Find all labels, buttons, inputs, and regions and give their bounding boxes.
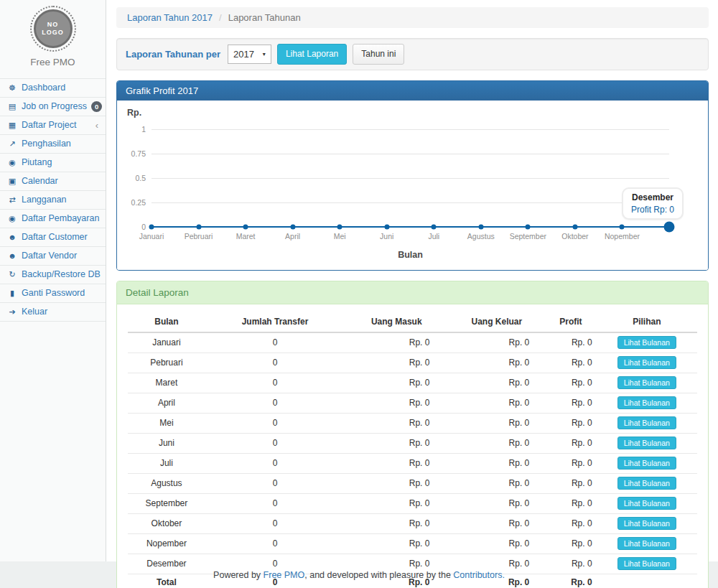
month-cell: September — [128, 493, 205, 513]
sidebar-item-keluar[interactable]: ➔Keluar — [0, 303, 106, 322]
lihat-bulanan-button[interactable]: Lihat Bulanan — [617, 416, 676, 429]
profit-cell: Rp. 0 — [545, 353, 596, 373]
sidebar-item-backup-restore-db[interactable]: ↻Backup/Restore DB — [0, 266, 106, 284]
year-select[interactable]: 2017 ▾ — [228, 45, 271, 64]
sidebar-item-calendar[interactable]: ▣Calendar — [0, 172, 106, 191]
pilihan-cell: Lihat Bulanan — [597, 433, 697, 453]
sidebar-item-job-on-progress[interactable]: ▤Job on Progress0 — [0, 98, 106, 116]
profit-cell: Rp. 0 — [545, 453, 596, 473]
chart-tooltip: Desember Profit Rp: 0 — [622, 187, 684, 220]
lihat-bulanan-button[interactable]: Lihat Bulanan — [617, 537, 676, 550]
laporan-table: BulanJumlah TransferUang MasukUang Kelua… — [128, 312, 697, 588]
lihat-bulanan-button[interactable]: Lihat Bulanan — [617, 356, 676, 369]
sign-out-icon: ➔ — [7, 306, 17, 318]
data-point — [526, 224, 531, 229]
pilihan-cell: Lihat Bulanan — [597, 332, 697, 353]
jumlah-transfer-cell: 0 — [205, 493, 345, 513]
no-logo-line2: LOGO — [42, 29, 64, 37]
sidebar-item-dashboard[interactable]: ☸Dashboard — [0, 79, 106, 98]
lihat-bulanan-button[interactable]: Lihat Bulanan — [617, 517, 676, 530]
sidebar-menu: ☸Dashboard▤Job on Progress0▦Daftar Proje… — [0, 78, 106, 322]
y-tick-label: 0 — [141, 223, 146, 231]
sidebar-item-langganan[interactable]: ⇄Langganan — [0, 191, 106, 210]
footer-contributors-link[interactable]: Contributors. — [453, 570, 505, 580]
lihat-bulanan-button[interactable]: Lihat Bulanan — [617, 336, 676, 349]
uang-masuk-cell: Rp. 0 — [345, 413, 448, 433]
lihat-laporan-button[interactable]: Lihat Laporan — [277, 44, 347, 65]
data-point — [290, 224, 295, 229]
sidebar-item-daftar-project[interactable]: ▦Daftar Project‹ — [0, 116, 106, 135]
table-icon: ▦ — [7, 119, 17, 131]
table-row: April0Rp. 0Rp. 0Rp. 0Lihat Bulanan — [128, 393, 697, 413]
breadcrumb-current: Laporan Tahunan — [228, 12, 301, 23]
jumlah-transfer-cell: 0 — [205, 393, 345, 413]
refresh-icon: ↻ — [7, 269, 17, 281]
lihat-bulanan-button[interactable]: Lihat Bulanan — [617, 497, 676, 510]
no-logo-line1: NO — [47, 21, 59, 29]
table-body: Januari0Rp. 0Rp. 0Rp. 0Lihat BulananPebr… — [128, 332, 697, 588]
table-row: Nopember0Rp. 0Rp. 0Rp. 0Lihat Bulanan — [128, 533, 697, 554]
sidebar-item-label: Calendar — [22, 175, 58, 187]
lihat-bulanan-button[interactable]: Lihat Bulanan — [617, 376, 676, 389]
sidebar-item-daftar-pembayaran[interactable]: ◉Daftar Pembayaran — [0, 210, 106, 228]
uang-masuk-cell: Rp. 0 — [345, 433, 448, 453]
sidebar-item-label: Penghasilan — [22, 138, 71, 150]
profit-cell: Rp. 0 — [545, 533, 596, 554]
month-cell: April — [128, 393, 205, 413]
footer-brand-link[interactable]: Free PMO — [264, 570, 305, 580]
tasks-icon: ▤ — [7, 101, 17, 113]
breadcrumb: Laporan Tahun 2017 / Laporan Tahunan — [116, 7, 709, 28]
x-tick-label: Juni — [380, 232, 393, 241]
uang-masuk-cell: Rp. 0 — [345, 353, 448, 373]
page: NO LOGO Free PMO ☸Dashboard▤Job on Progr… — [0, 0, 718, 561]
jumlah-transfer-cell: 0 — [205, 513, 345, 533]
table-row: Mei0Rp. 0Rp. 0Rp. 0Lihat Bulanan — [128, 413, 697, 433]
column-header: Bulan — [128, 312, 205, 332]
main-content: Laporan Tahun 2017 / Laporan Tahunan Lap… — [106, 0, 718, 561]
x-tick-label: Pebruari — [185, 232, 213, 241]
table-row: Januari0Rp. 0Rp. 0Rp. 0Lihat Bulanan — [128, 332, 697, 353]
total-cell: Total — [128, 574, 205, 588]
month-cell: Mei — [128, 413, 205, 433]
pilihan-cell: Lihat Bulanan — [597, 393, 697, 413]
profit-cell: Rp. 0 — [545, 413, 596, 433]
column-header: Uang Masuk — [345, 312, 448, 332]
column-header: Jumlah Transfer — [205, 312, 345, 332]
pilihan-cell: Lihat Bulanan — [597, 513, 697, 533]
sidebar-item-label: Job on Progress — [22, 101, 87, 113]
lihat-bulanan-button[interactable]: Lihat Bulanan — [617, 457, 676, 470]
uang-keluar-cell: Rp. 0 — [448, 413, 545, 433]
lihat-bulanan-button[interactable]: Lihat Bulanan — [617, 396, 676, 409]
sidebar-item-ganti-password[interactable]: ▮Ganti Password — [0, 284, 106, 303]
column-header: Uang Keluar — [448, 312, 545, 332]
sidebar-item-penghasilan[interactable]: ↗Penghasilan — [0, 135, 106, 154]
lihat-bulanan-button[interactable]: Lihat Bulanan — [617, 477, 676, 490]
table-row: Oktober0Rp. 0Rp. 0Rp. 0Lihat Bulanan — [128, 513, 697, 533]
breadcrumb-link[interactable]: Laporan Tahun 2017 — [127, 12, 213, 23]
uang-masuk-cell: Rp. 0 — [345, 332, 448, 353]
sidebar-item-label: Ganti Password — [22, 287, 85, 299]
x-tick-label: September — [510, 232, 546, 241]
data-point — [243, 224, 248, 229]
sidebar-item-piutang[interactable]: ◉Piutang — [0, 154, 106, 172]
sidebar-item-daftar-customer[interactable]: ☻Daftar Customer — [0, 228, 106, 247]
brand-name: Free PMO — [0, 57, 106, 67]
sidebar-item-label: Backup/Restore DB — [22, 269, 101, 281]
month-cell: Oktober — [128, 513, 205, 533]
pilihan-cell: Lihat Bulanan — [597, 353, 697, 373]
chart-panel-title: Grafik Profit 2017 — [117, 81, 708, 101]
sidebar-item-label: Daftar Customer — [22, 231, 88, 243]
profit-chart-panel: Grafik Profit 2017 Rp. Desember Profit R… — [116, 80, 709, 271]
dashboard-icon: ☸ — [7, 82, 17, 94]
pilihan-cell: Lihat Bulanan — [597, 493, 697, 513]
uang-masuk-cell: Rp. 0 — [345, 473, 448, 493]
x-tick-label: Juli — [428, 232, 439, 241]
gridline — [151, 202, 669, 203]
jumlah-transfer-cell: 0 — [205, 373, 345, 393]
pilihan-cell: Lihat Bulanan — [597, 373, 697, 393]
lihat-bulanan-button[interactable]: Lihat Bulanan — [617, 437, 676, 449]
tahun-ini-button[interactable]: Tahun ini — [353, 44, 404, 65]
sidebar-item-daftar-vendor[interactable]: ☻Daftar Vendor — [0, 247, 106, 266]
uang-keluar-cell: Rp. 0 — [448, 373, 545, 393]
lihat-bulanan-button[interactable]: Lihat Bulanan — [617, 557, 676, 570]
